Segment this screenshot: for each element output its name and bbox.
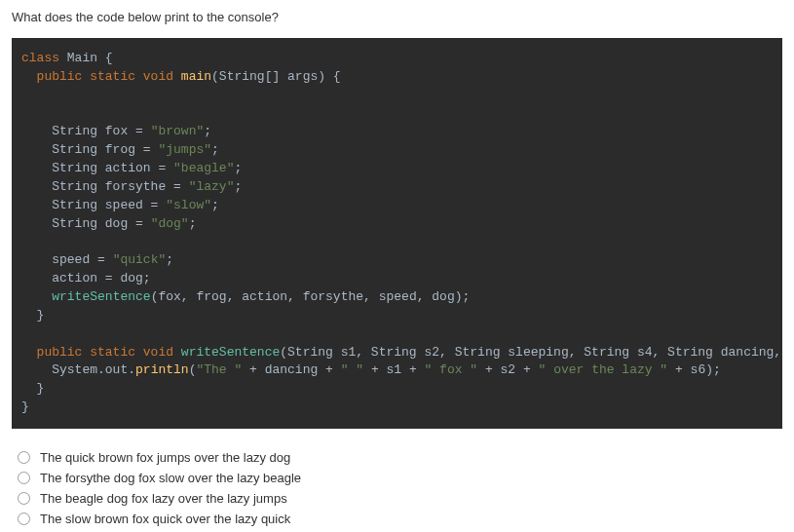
code-token: "brown": [151, 124, 205, 138]
code-token: main: [181, 69, 211, 84]
code-token: String frog =: [21, 142, 158, 157]
code-token: "jumps": [158, 142, 211, 157]
code-token: writeSentence: [181, 345, 280, 360]
code-token: ;: [166, 252, 173, 267]
code-token: + s6);: [667, 362, 721, 377]
option-3[interactable]: The beagle dog fox lazy over the lazy ju…: [18, 491, 782, 506]
code-token: }: [21, 399, 29, 414]
radio-icon: [18, 451, 30, 464]
code-token: String forsythe =: [21, 179, 189, 194]
code-token: public static void: [21, 345, 181, 360]
code-token: String dog =: [21, 216, 151, 231]
radio-icon: [18, 472, 30, 484]
code-token: ;: [211, 198, 219, 212]
code-token: " over the lazy ": [539, 362, 668, 377]
code-token: String speed =: [21, 198, 166, 212]
question-prompt: What does the code below print to the co…: [12, 10, 782, 24]
code-block: class Main { public static void main(Str…: [12, 38, 782, 429]
code-token: (fox, frog, action, forsythe, speed, dog…: [151, 289, 471, 304]
code-token: (String[] args) {: [211, 69, 341, 84]
code-token: action = dog;: [21, 271, 151, 285]
code-token: [21, 289, 52, 304]
code-token: "slow": [166, 198, 211, 212]
code-token: String fox =: [21, 124, 151, 138]
code-token: Main {: [59, 51, 113, 65]
code-token: writeSentence: [52, 289, 150, 304]
code-token: (String s1, String s2, String sleeping, …: [280, 345, 782, 360]
code-token: + s1 +: [363, 362, 424, 377]
radio-icon: [18, 513, 30, 525]
code-token: "The ": [196, 362, 242, 377]
code-token: ;: [211, 142, 219, 157]
option-label: The quick brown fox jumps over the lazy …: [40, 450, 290, 465]
code-token: + s2 +: [477, 362, 538, 377]
code-token: }: [21, 308, 44, 323]
code-token: ;: [234, 161, 242, 175]
code-token: String action =: [21, 161, 173, 175]
code-token: " fox ": [425, 362, 478, 377]
option-1[interactable]: The quick brown fox jumps over the lazy …: [18, 450, 782, 465]
option-label: The forsythe dog fox slow over the lazy …: [40, 471, 301, 485]
code-token: speed =: [21, 252, 113, 267]
code-token: }: [21, 381, 44, 396]
option-4[interactable]: The slow brown fox quick over the lazy q…: [18, 512, 782, 526]
code-token: public static void: [21, 69, 181, 84]
option-label: The beagle dog fox lazy over the lazy ju…: [40, 491, 287, 506]
code-token: System.out.: [21, 362, 135, 377]
radio-icon: [18, 492, 30, 505]
answer-options: The quick brown fox jumps over the lazy …: [12, 450, 782, 526]
option-label: The slow brown fox quick over the lazy q…: [40, 512, 290, 526]
code-token: ;: [189, 216, 197, 231]
code-token: "lazy": [189, 179, 235, 194]
code-token: class: [21, 51, 59, 65]
code-token: "dog": [151, 216, 189, 231]
code-token: ;: [204, 124, 211, 138]
option-2[interactable]: The forsythe dog fox slow over the lazy …: [18, 471, 782, 485]
code-token: println: [135, 362, 189, 377]
code-token: "quick": [113, 252, 167, 267]
code-token: ;: [234, 179, 242, 194]
code-token: " ": [341, 362, 363, 377]
code-token: "beagle": [173, 161, 234, 175]
code-token: + dancing +: [242, 362, 340, 377]
